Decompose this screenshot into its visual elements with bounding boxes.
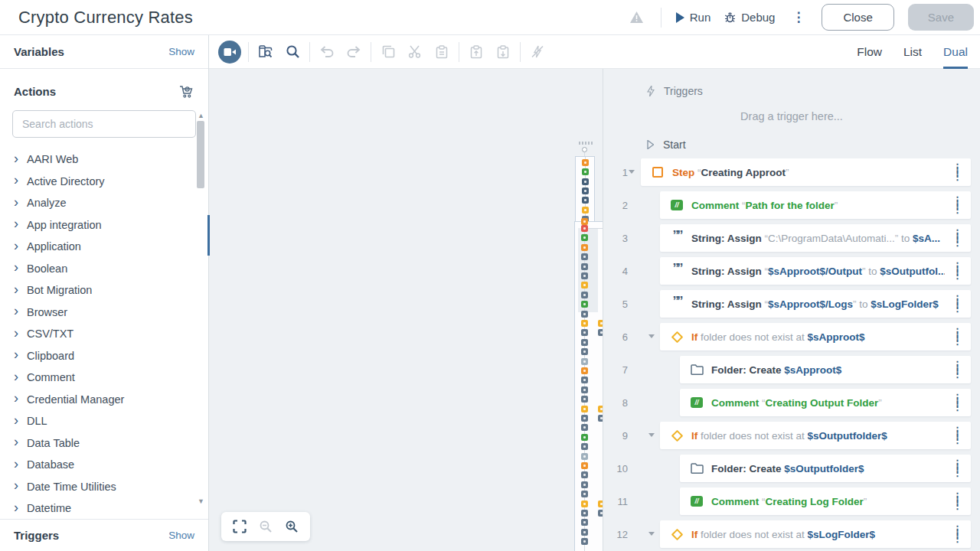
flow-node-action[interactable] — [581, 377, 588, 383]
flow-node-step[interactable] — [581, 462, 588, 469]
view-tab-dual[interactable]: Dual — [943, 35, 968, 69]
row-kebab-menu-icon[interactable]: ⋮⋮⋮ — [952, 198, 962, 212]
close-button[interactable]: Close — [822, 4, 893, 31]
flow-node-action[interactable] — [581, 471, 588, 478]
zoom-in-icon[interactable] — [284, 519, 299, 534]
row-kebab-menu-icon[interactable]: ⋮⋮⋮ — [952, 363, 962, 377]
list-triggers-section[interactable]: Triggers — [647, 84, 980, 98]
flow-node-step[interactable] — [581, 367, 588, 374]
row-kebab-menu-icon[interactable]: ⋮⋮⋮ — [952, 297, 962, 311]
action-category-browser[interactable]: ›Browser — [0, 302, 208, 324]
action-card[interactable]: If folder does not exist at $sOutputfold… — [660, 422, 971, 449]
paste-icon[interactable] — [432, 42, 452, 62]
scroll-up-icon[interactable]: ▲ — [196, 112, 206, 119]
flow-node-action[interactable] — [581, 311, 588, 318]
action-category-credential-manager[interactable]: ›Credential Manager — [0, 389, 208, 411]
flow-node-end[interactable] — [581, 453, 588, 460]
action-category-clipboard[interactable]: ›Clipboard — [0, 345, 208, 367]
action-category-date-time-utilities[interactable]: ›Date Time Utilities — [0, 476, 208, 498]
collapse-chevron-icon[interactable] — [648, 334, 655, 338]
search-in-flow-icon[interactable] — [256, 42, 276, 62]
action-category-comment[interactable]: ›Comment — [0, 367, 208, 389]
trigger-drop-zone[interactable]: Drag a trigger here... — [603, 110, 980, 124]
flow-node-action[interactable] — [581, 529, 588, 536]
action-card[interactable]: //Comment “Creating Log Folder”⋮⋮⋮ — [680, 487, 971, 515]
flow-node-action[interactable] — [581, 415, 588, 422]
flow-node-action[interactable] — [581, 348, 588, 355]
flow-node-action[interactable] — [581, 292, 588, 298]
action-card[interactable]: ””String: Assign “C:\ProgramData\Automat… — [660, 224, 971, 252]
action-card[interactable]: ””String: Assign “$sApproot$/Output” to … — [660, 257, 971, 285]
action-card[interactable]: Folder: Create $sOutputfolder$⋮⋮⋮ — [680, 455, 971, 482]
flow-node-if[interactable] — [581, 282, 588, 289]
more-options-icon[interactable]: ⋮ — [789, 11, 808, 24]
flow-canvas[interactable] — [209, 69, 603, 551]
action-category-aari-web[interactable]: ›AARI Web — [0, 148, 208, 171]
row-kebab-menu-icon[interactable]: ⋮⋮⋮ — [952, 461, 962, 475]
flow-node-if[interactable] — [581, 320, 588, 327]
zoom-search-icon[interactable] — [283, 42, 302, 62]
action-category-application[interactable]: ›Application — [0, 236, 208, 258]
row-kebab-menu-icon[interactable]: ⋮⋮⋮ — [952, 429, 962, 442]
flow-node-action[interactable] — [581, 424, 588, 431]
flow-node-try[interactable] — [581, 225, 588, 232]
row-kebab-menu-icon[interactable]: ⋮⋮⋮ — [952, 330, 962, 344]
action-category-datetime[interactable]: ›Datetime — [0, 497, 208, 519]
row-kebab-menu-icon[interactable]: ⋮⋮⋮ — [952, 396, 962, 409]
variables-show-link[interactable]: Show — [168, 46, 194, 57]
flow-node-action[interactable] — [581, 339, 588, 346]
sidebar-scrollbar[interactable]: ▲ ▼ — [196, 112, 206, 516]
action-category-csv-txt[interactable]: ›CSV/TXT — [0, 323, 208, 345]
flow-node-action[interactable] — [581, 510, 588, 517]
flow-node-comment[interactable] — [581, 301, 588, 308]
flow-node-step[interactable] — [581, 244, 588, 251]
fit-to-screen-icon[interactable] — [232, 519, 247, 534]
row-kebab-menu-icon[interactable]: ⋮⋮⋮ — [952, 264, 962, 278]
flow-node-action[interactable] — [581, 396, 588, 403]
flow-node-action[interactable] — [581, 443, 588, 450]
flow-node-if[interactable] — [581, 406, 588, 412]
collapse-chevron-icon[interactable] — [648, 532, 655, 536]
paste-from-clipboard-icon[interactable] — [493, 42, 513, 62]
flow-node-action[interactable] — [581, 253, 588, 260]
debug-button[interactable]: Debug — [724, 11, 775, 24]
action-category-data-table[interactable]: ›Data Table — [0, 432, 208, 455]
flow-node-action[interactable] — [581, 538, 588, 545]
scroll-down-icon[interactable]: ▼ — [196, 497, 206, 505]
redo-icon[interactable] — [344, 42, 364, 62]
flow-node-action[interactable] — [581, 481, 588, 488]
copy-to-clipboard-icon[interactable] — [466, 42, 486, 62]
save-button[interactable]: Save — [908, 4, 974, 31]
flow-node-action[interactable] — [581, 519, 588, 526]
action-category-database[interactable]: ›Database — [0, 454, 208, 476]
triggers-show-link[interactable]: Show — [168, 530, 194, 541]
action-card[interactable]: //Comment “Creating Output Folder”⋮⋮⋮ — [680, 389, 971, 416]
action-category-active-directory[interactable]: ›Active Directory — [0, 171, 208, 193]
record-button[interactable] — [218, 41, 241, 64]
search-actions-input[interactable] — [12, 110, 196, 138]
action-card[interactable]: If folder does not exist at $sApproot$⋮⋮… — [660, 323, 971, 350]
action-category-analyze[interactable]: ›Analyze — [0, 192, 208, 214]
bot-store-cart-icon[interactable] — [176, 81, 196, 101]
row-kebab-menu-icon[interactable]: ⋮⋮⋮ — [952, 494, 962, 508]
flow-group-main[interactable] — [574, 221, 603, 551]
flow-node-comment[interactable] — [582, 168, 589, 175]
run-button[interactable]: Run — [675, 11, 711, 24]
view-tab-list[interactable]: List — [903, 35, 922, 69]
flow-node-string[interactable] — [582, 178, 589, 185]
flow-node-string[interactable] — [582, 187, 589, 194]
action-category-boolean[interactable]: ›Boolean — [0, 258, 208, 280]
action-card[interactable]: ””String: Assign “$sApproot$/Logs” to $s… — [660, 290, 971, 318]
collapse-chevron-icon[interactable] — [648, 433, 655, 437]
flow-node-comment[interactable] — [581, 434, 588, 441]
flow-node-end[interactable] — [581, 358, 588, 365]
flow-node-action[interactable] — [581, 272, 588, 279]
flow-node-if[interactable] — [582, 207, 589, 214]
cut-icon[interactable] — [405, 42, 425, 62]
flow-node-action[interactable] — [581, 263, 588, 270]
row-kebab-menu-icon[interactable]: ⋮⋮⋮ — [952, 527, 962, 541]
flow-node-step[interactable] — [581, 218, 588, 225]
copy-icon[interactable] — [378, 42, 398, 62]
action-category-app-integration[interactable]: ›App integration — [0, 214, 208, 236]
view-tab-flow[interactable]: Flow — [857, 35, 882, 69]
